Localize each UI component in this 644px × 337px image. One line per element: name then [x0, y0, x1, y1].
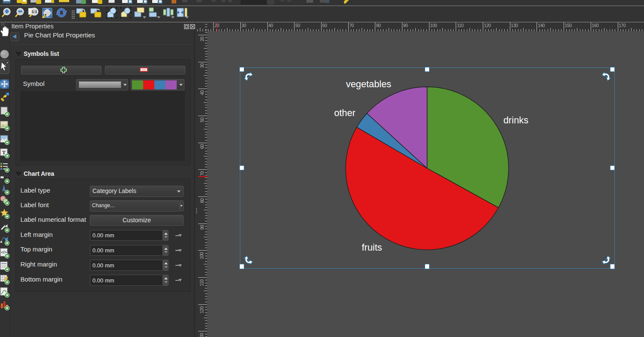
svg-text:1:1: 1:1 [32, 9, 37, 14]
svg-text:</>: </> [1, 250, 6, 254]
